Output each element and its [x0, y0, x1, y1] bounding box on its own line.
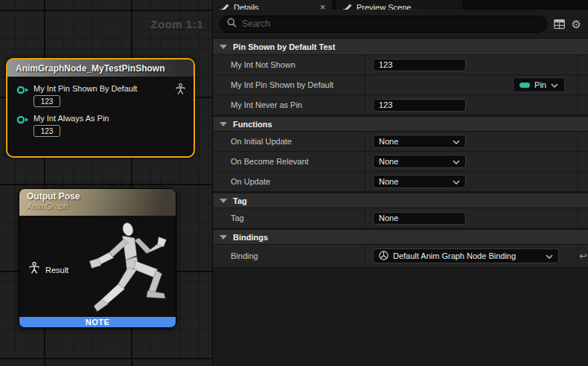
note-bar[interactable]: NOTE — [19, 317, 176, 327]
node-pin-row: My Int Always As Pin — [7, 107, 194, 137]
function-dropdown[interactable]: None — [373, 155, 466, 168]
result-pin-row[interactable]: Result — [28, 262, 68, 277]
property-label: On Become Relevant — [231, 157, 309, 166]
reset-column: ↩ — [578, 245, 588, 267]
property-value: Default Anim Graph Node Binding — [365, 245, 578, 267]
collapse-arrow-icon[interactable] — [220, 122, 227, 126]
property-label: Tag — [231, 214, 244, 222]
section-title: Bindings — [233, 233, 268, 242]
property-value: Pin — [365, 75, 578, 94]
function-dropdown[interactable]: None — [373, 135, 466, 148]
reset-column — [578, 132, 588, 151]
reset-column — [578, 95, 588, 115]
reset-column — [578, 208, 588, 228]
collapse-arrow-icon[interactable] — [220, 235, 227, 240]
details-panel: Details × Preview Scene... ⚙ — [212, 0, 588, 366]
int-pin-icon[interactable] — [16, 86, 29, 94]
node-title-bar[interactable]: AnimGraphNode_MyTestPinShown — [7, 60, 194, 77]
property-row-binding: Binding Default Anim Graph Node Binding … — [213, 245, 588, 268]
output-pose-node[interactable]: Output Pose AnimGraph — [19, 188, 176, 328]
preview-scene-tab-icon — [342, 4, 352, 10]
pin-value-input[interactable] — [33, 125, 60, 137]
chevron-down-icon — [453, 177, 460, 186]
property-name: Binding — [213, 245, 365, 267]
pose-input-pin-icon[interactable] — [28, 262, 40, 277]
collapse-arrow-icon[interactable] — [220, 45, 227, 49]
anim-graph-node[interactable]: AnimGraphNode_MyTestPinShown My Int Pin … — [6, 58, 195, 158]
reset-column — [578, 75, 588, 94]
dropdown-value: None — [379, 177, 453, 186]
search-input[interactable] — [242, 19, 540, 29]
search-row: ⚙ — [213, 10, 588, 39]
display-filter-icon[interactable] — [554, 19, 565, 29]
tag-input[interactable] — [373, 212, 466, 225]
node-title: AnimGraphNode_MyTestPinShown — [16, 63, 164, 74]
int-pin-icon[interactable] — [16, 115, 29, 124]
property-name: My Int Never as Pin — [213, 95, 365, 115]
node-title-bar[interactable]: Output Pose AnimGraph — [19, 189, 176, 216]
search-icon — [227, 17, 237, 30]
node-subtitle: AnimGraph — [27, 202, 168, 211]
property-label: On Initial Update — [231, 137, 292, 146]
section-title: Tag — [233, 196, 247, 205]
reset-column — [578, 172, 588, 191]
property-name: My Int Not Shown — [213, 55, 365, 74]
dropdown-value: Default Anim Graph Node Binding — [393, 251, 541, 260]
tab-preview-scene[interactable]: Preview Scene... — [336, 0, 462, 10]
property-row-on-update: On Update None — [213, 172, 588, 192]
function-dropdown[interactable]: None — [373, 175, 466, 188]
section-header-bindings[interactable]: Bindings — [213, 228, 588, 245]
section-header-pin-shown-by-default-test[interactable]: Pin Shown by Default Test — [213, 39, 588, 55]
property-label: My Int Never as Pin — [231, 100, 302, 109]
details-empty-area — [213, 268, 588, 366]
chevron-down-icon — [453, 157, 460, 166]
property-name: Tag — [213, 208, 365, 228]
property-row-my-int-pin-shown-by-default: My Int Pin Shown by Default Pin — [213, 75, 588, 95]
section-header-functions[interactable]: Functions — [213, 115, 588, 132]
property-value — [365, 208, 578, 228]
pin-value-input[interactable] — [33, 95, 60, 107]
int-value-input[interactable] — [373, 59, 466, 71]
property-row-on-become-relevant: On Become Relevant None — [213, 152, 588, 172]
chevron-down-icon — [551, 80, 558, 89]
property-value — [365, 55, 578, 74]
settings-gear-icon[interactable]: ⚙ — [572, 19, 581, 30]
section-title: Pin Shown by Default Test — [233, 42, 335, 51]
node-pin-row: My Int Pin Shown By Default — [7, 77, 194, 107]
property-row-tag: Tag — [213, 208, 588, 228]
property-name: On Become Relevant — [213, 152, 365, 171]
search-box[interactable] — [220, 16, 547, 33]
property-value — [365, 95, 578, 115]
binding-dropdown[interactable]: Default Anim Graph Node Binding — [373, 248, 559, 263]
property-name: On Initial Update — [213, 132, 365, 151]
chevron-down-icon — [546, 251, 553, 260]
tab-label: Details — [234, 3, 259, 10]
tab-details[interactable]: Details × — [213, 0, 332, 10]
node-title: Output Pose — [27, 191, 168, 202]
property-name: On Update — [213, 172, 365, 191]
dropdown-value: Pin — [534, 80, 546, 89]
graph-canvas[interactable]: Zoom 1:1 AnimGraphNode_MyTestPinShown My… — [0, 0, 212, 366]
property-name: My Int Pin Shown by Default — [213, 75, 365, 94]
binding-icon — [379, 251, 389, 262]
property-value: None — [365, 152, 578, 171]
pin-label: My Int Always As Pin — [33, 114, 109, 123]
unreal-animgraph-editor: Zoom 1:1 AnimGraphNode_MyTestPinShown My… — [0, 0, 588, 366]
collapse-arrow-icon[interactable] — [220, 199, 227, 203]
result-pin-label: Result — [45, 266, 68, 274]
close-tab-icon[interactable]: × — [320, 2, 325, 10]
chevron-down-icon — [453, 137, 460, 146]
property-row-my-int-never-as-pin: My Int Never as Pin — [213, 95, 588, 115]
property-row-my-int-not-shown: My Int Not Shown — [213, 55, 588, 75]
pose-output-pin-icon[interactable] — [175, 83, 186, 95]
pin-visibility-dropdown[interactable]: Pin — [513, 77, 565, 92]
property-label: On Update — [231, 177, 270, 186]
int-value-input[interactable] — [373, 99, 466, 112]
tab-label: Preview Scene... — [357, 3, 418, 10]
reset-to-default-icon[interactable]: ↩ — [579, 251, 587, 261]
property-label: My Int Not Shown — [231, 60, 295, 69]
reset-column — [578, 152, 588, 171]
section-header-tag[interactable]: Tag — [213, 192, 588, 208]
section-title: Functions — [233, 120, 272, 129]
property-value: None — [365, 132, 578, 151]
